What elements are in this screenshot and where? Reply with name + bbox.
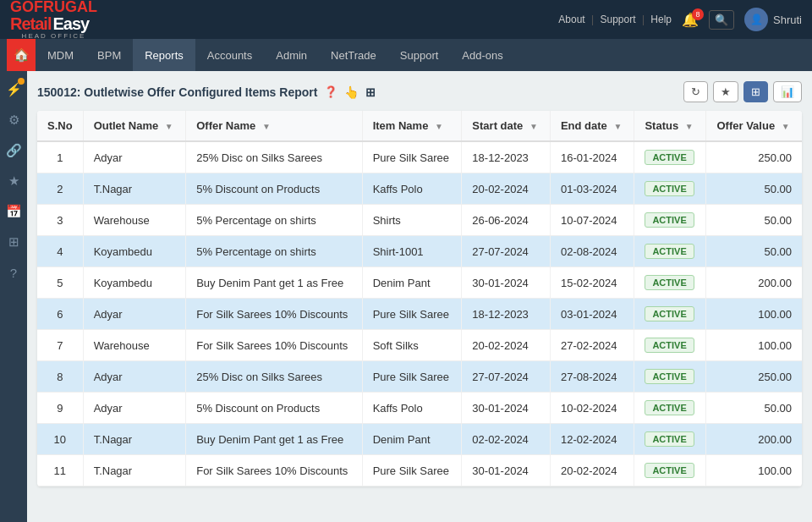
cell-start: 26-06-2024 (462, 205, 551, 236)
nav-reports[interactable]: Reports (133, 39, 195, 71)
cell-sno: 7 (37, 330, 83, 361)
favorite-button[interactable]: ★ (713, 81, 738, 102)
help-link[interactable]: Help (650, 14, 672, 25)
cell-end: 02-08-2024 (550, 236, 634, 267)
cell-sno: 4 (37, 236, 83, 267)
table-row[interactable]: 4 Koyambedu 5% Percentage on shirts Shir… (37, 236, 802, 267)
col-offer[interactable]: Offer Name ▼ (186, 111, 362, 141)
table-row[interactable]: 8 Adyar 25% Disc on Silks Sarees Pure Si… (37, 361, 802, 393)
cell-outlet: Koyambedu (83, 267, 186, 299)
table-row[interactable]: 9 Adyar 5% Discount on Products Kaffs Po… (37, 393, 802, 424)
status-badge: ACTIVE (645, 400, 694, 415)
nav-admin[interactable]: Admin (264, 39, 319, 71)
home-button[interactable]: 🏠 (7, 39, 36, 71)
nav-nettrade[interactable]: NetTrade (319, 39, 388, 71)
cell-end: 20-02-2024 (550, 455, 634, 486)
status-badge: ACTIVE (645, 431, 694, 447)
user-avatar: 👤 (744, 8, 768, 31)
col-start[interactable]: Start date ▼ (462, 111, 551, 141)
cell-start: 20-02-2024 (462, 330, 551, 361)
user-area[interactable]: 👤 Shruti (744, 8, 802, 31)
star-icon: ★ (8, 173, 19, 189)
cell-outlet: Warehouse (83, 205, 186, 236)
logo-text: GOFRUGAL (10, 0, 97, 14)
status-badge: ACTIVE (645, 463, 694, 478)
refresh-button[interactable]: ↻ (683, 81, 708, 102)
cell-status: ACTIVE (634, 267, 706, 299)
col-end[interactable]: End date ▼ (550, 111, 634, 141)
sidebar-settings[interactable]: ⚙ (1, 108, 26, 132)
cell-end: 16-01-2024 (550, 141, 634, 173)
top-links: About | Support | Help (558, 14, 672, 25)
top-bar: GOFRUGAL Retail Easy HEAD OFFICE About |… (0, 0, 812, 39)
cell-offer: For Silk Sarees 10% Discounts (186, 330, 362, 361)
cell-start: 27-07-2024 (462, 361, 551, 393)
layout-icon: ⊞ (365, 85, 376, 99)
cell-value: 50.00 (706, 393, 802, 424)
cell-offer: 25% Disc on Silks Sarees (186, 141, 362, 173)
nav-bpm[interactable]: BPM (85, 39, 133, 71)
cell-offer: 25% Disc on Silks Sarees (186, 361, 362, 393)
table-row[interactable]: 7 Warehouse For Silk Sarees 10% Discount… (37, 330, 802, 361)
search-button[interactable]: 🔍 (709, 10, 734, 30)
table-row[interactable]: 11 T.Nagar For Silk Sarees 10% Discounts… (37, 455, 802, 486)
cell-start: 18-12-2023 (462, 141, 551, 173)
support-link[interactable]: Support (601, 14, 636, 25)
cell-end: 10-07-2024 (550, 205, 634, 236)
nav-mdm[interactable]: MDM (36, 39, 85, 71)
cell-status: ACTIVE (634, 299, 706, 330)
nav-addons[interactable]: Add-ons (450, 39, 514, 71)
nav-support[interactable]: Support (388, 39, 451, 71)
col-value[interactable]: Offer Value ▼ (706, 111, 802, 141)
cell-offer: 5% Discount on Products (186, 393, 362, 424)
col-status[interactable]: Status ▼ (634, 111, 706, 141)
cell-start: 18-12-2023 (462, 299, 551, 330)
nav-accounts[interactable]: Accounts (195, 39, 264, 71)
sidebar-link[interactable]: 🔗 (1, 139, 26, 162)
cell-item: Kaffs Polo (362, 173, 462, 205)
table-row[interactable]: 3 Warehouse 5% Percentage on shirts Shir… (37, 205, 802, 236)
cell-item: Soft Silks (362, 330, 462, 361)
sidebar-star[interactable]: ★ (1, 169, 26, 193)
cell-item: Denim Pant (362, 267, 462, 299)
sidebar-help[interactable]: ? (1, 261, 26, 284)
calendar-icon: 📅 (6, 204, 22, 219)
view-toggle-button[interactable]: ⊞ (743, 81, 768, 102)
cell-outlet: T.Nagar (83, 455, 186, 486)
cell-start: 02-02-2024 (462, 424, 551, 455)
col-item[interactable]: Item Name ▼ (362, 111, 462, 141)
table-row[interactable]: 10 T.Nagar Buy Denim Pant get 1 as Free … (37, 424, 802, 455)
about-link[interactable]: About (558, 14, 584, 25)
col-sno[interactable]: S.No (37, 111, 83, 141)
grid-icon: ⊞ (8, 234, 19, 250)
link-icon: 🔗 (6, 143, 22, 158)
table-row[interactable]: 6 Adyar For Silk Sarees 10% Discounts Pu… (37, 299, 802, 330)
cell-offer: 5% Discount on Products (186, 173, 362, 205)
chart-button[interactable]: 📊 (773, 81, 802, 102)
col-outlet[interactable]: Outlet Name ▼ (83, 111, 186, 141)
cell-outlet: T.Nagar (83, 173, 186, 205)
cell-outlet: Adyar (83, 141, 186, 173)
cell-sno: 9 (37, 393, 83, 424)
cell-status: ACTIVE (634, 455, 706, 486)
header-row: S.No Outlet Name ▼ Offer Name ▼ Item Nam… (37, 111, 802, 141)
cell-start: 30-01-2024 (462, 393, 551, 424)
cell-item: Denim Pant (362, 424, 462, 455)
sidebar-grid[interactable]: ⊞ (1, 230, 26, 254)
table-row[interactable]: 1 Adyar 25% Disc on Silks Sarees Pure Si… (37, 141, 802, 173)
cell-sno: 1 (37, 141, 83, 173)
cell-start: 30-01-2024 (462, 455, 551, 486)
table-row[interactable]: 2 T.Nagar 5% Discount on Products Kaffs … (37, 173, 802, 205)
sidebar-filter[interactable]: ⚡ (1, 78, 26, 102)
sep1: | (591, 14, 594, 25)
sidebar-calendar[interactable]: 📅 (1, 200, 26, 223)
notification-bell[interactable]: 🔔 8 (682, 12, 699, 28)
sidebar: ⚡ ⚙ 🔗 ★ 📅 ⊞ ? (0, 71, 27, 522)
status-badge: ACTIVE (645, 306, 694, 321)
cell-value: 50.00 (706, 173, 802, 205)
cell-value: 250.00 (706, 361, 802, 393)
table-row[interactable]: 5 Koyambedu Buy Denim Pant get 1 as Free… (37, 267, 802, 299)
cell-status: ACTIVE (634, 361, 706, 393)
help-icon: ? (10, 266, 17, 280)
cell-value: 250.00 (706, 141, 802, 173)
